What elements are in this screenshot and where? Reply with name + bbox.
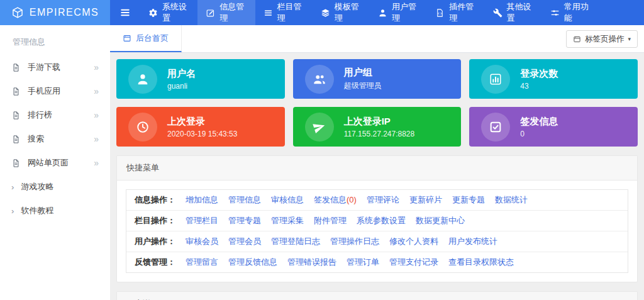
quick-link[interactable]: 更新碎片 bbox=[409, 194, 442, 206]
sidebar-group-0[interactable]: ›游戏攻略 bbox=[0, 175, 110, 199]
top-header: EMPIRECMS 系统设置信息管理栏目管理模板管理用户管理插件管理其他设置常用… bbox=[0, 0, 644, 25]
tab-actions-button[interactable]: 标签页操作 ▾ bbox=[566, 30, 638, 48]
count-badge: (0) bbox=[347, 195, 357, 204]
gear-icon bbox=[148, 8, 158, 18]
send-icon bbox=[313, 120, 326, 134]
clock-icon bbox=[136, 120, 150, 134]
doc-icon bbox=[11, 135, 21, 144]
window-icon bbox=[573, 35, 581, 43]
nav-item-0[interactable]: 系统设置 bbox=[140, 0, 197, 25]
quick-link[interactable]: 更新专题 bbox=[452, 194, 485, 206]
content-area: 用户名guanli用户组超级管理员登录次数43上次登录2020-03-19 15… bbox=[110, 53, 644, 300]
stat-card-last-ip[interactable]: 上次登录IP117.155.27.247:8828 bbox=[293, 107, 462, 147]
quick-link[interactable]: 管理错误报告 bbox=[287, 257, 336, 268]
nav-item-1[interactable]: 信息管理 bbox=[197, 0, 255, 25]
sidebar-group-1[interactable]: ›软件教程 bbox=[0, 199, 110, 223]
tab-bar: 后台首页 标签页操作 ▾ bbox=[110, 25, 644, 53]
quick-menu-row-label: 用户操作： bbox=[135, 236, 175, 247]
sidebar-item-2[interactable]: 排行榜» bbox=[0, 103, 110, 127]
quick-link[interactable]: 管理登陆日志 bbox=[271, 236, 320, 247]
app-logo[interactable]: EMPIRECMS bbox=[0, 0, 110, 25]
sidebar-item-4[interactable]: 网站单页面» bbox=[0, 151, 110, 175]
main-nav: 系统设置信息管理栏目管理模板管理用户管理插件管理其他设置常用功能 bbox=[140, 0, 599, 25]
quick-link[interactable]: 管理订单 bbox=[347, 257, 379, 268]
quick-menu-panel: 快捷菜单 信息操作：增加信息管理信息审核信息签发信息(0)管理评论更新碎片更新专… bbox=[116, 155, 638, 282]
sidebar-item-1[interactable]: 手机应用» bbox=[0, 79, 110, 103]
sidebar-item-3[interactable]: 搜索» bbox=[0, 127, 110, 151]
tab-home-label: 后台首页 bbox=[136, 33, 169, 44]
nav-item-3[interactable]: 模板管理 bbox=[313, 0, 370, 25]
quick-menu-row-label: 反馈管理： bbox=[135, 257, 175, 268]
doc-icon bbox=[11, 63, 21, 72]
nav-item-4[interactable]: 用户管理 bbox=[370, 0, 427, 25]
stat-card-login-count[interactable]: 登录次数43 bbox=[469, 59, 638, 99]
user-icon bbox=[136, 72, 150, 86]
quick-link[interactable]: 数据统计 bbox=[495, 194, 528, 206]
quick-link[interactable]: 管理会员 bbox=[228, 236, 261, 247]
double-arrow-icon: » bbox=[94, 110, 99, 120]
quick-link[interactable]: 增加信息 bbox=[186, 194, 218, 206]
list-icon bbox=[264, 8, 273, 18]
card-icon-circle bbox=[128, 113, 157, 142]
card-title: 签发信息 bbox=[520, 116, 558, 128]
sidebar-item-0[interactable]: 手游下载» bbox=[0, 55, 110, 79]
app-logo-text: EMPIRECMS bbox=[30, 7, 99, 18]
card-value: 2020-03-19 15:43:53 bbox=[167, 130, 237, 138]
quick-link[interactable]: 管理栏目 bbox=[186, 215, 218, 226]
quick-link[interactable]: 管理支付记录 bbox=[389, 257, 438, 268]
sidebar: 管理信息 手游下载»手机应用»排行榜»搜索»网站单页面»›游戏攻略›软件教程 bbox=[0, 25, 110, 300]
menu-toggle-button[interactable] bbox=[110, 0, 140, 25]
card-icon-circle bbox=[305, 65, 334, 94]
caret-down-icon: ▾ bbox=[628, 36, 631, 42]
quick-link[interactable]: 用户发布统计 bbox=[448, 236, 497, 247]
card-value: 0 bbox=[520, 130, 558, 138]
card-title: 用户名 bbox=[167, 68, 196, 80]
quick-link[interactable]: 管理反馈信息 bbox=[228, 257, 277, 268]
quick-link[interactable]: 附件管理 bbox=[314, 215, 347, 226]
nav-item-5[interactable]: 插件管理 bbox=[427, 0, 484, 25]
check-square-icon bbox=[489, 120, 502, 134]
card-title: 用户组 bbox=[344, 67, 382, 79]
quick-link[interactable]: 修改个人资料 bbox=[389, 236, 438, 247]
quick-link[interactable]: 审核信息 bbox=[271, 194, 304, 206]
quick-menu-row-0: 信息操作：增加信息管理信息审核信息签发信息(0)管理评论更新碎片更新专题数据统计 bbox=[126, 190, 628, 211]
quick-menu-row-label: 栏目操作： bbox=[135, 215, 175, 226]
top-nav-bar: 系统设置信息管理栏目管理模板管理用户管理插件管理其他设置常用功能 bbox=[110, 0, 644, 25]
users-icon bbox=[313, 72, 326, 86]
double-arrow-icon: » bbox=[94, 134, 99, 144]
double-arrow-icon: » bbox=[94, 158, 99, 168]
quick-menu-row-2: 用户操作：审核会员管理会员管理登陆日志管理操作日志修改个人资料用户发布统计 bbox=[126, 231, 628, 252]
program-panel: 程序说明 bbox=[116, 291, 638, 300]
quick-link[interactable]: 管理专题 bbox=[228, 215, 261, 226]
sidebar-section-title: 管理信息 bbox=[0, 25, 110, 55]
quick-link[interactable]: 数据更新中心 bbox=[416, 215, 465, 226]
stat-card-issued-info[interactable]: 签发信息0 bbox=[469, 107, 638, 147]
stat-card-username[interactable]: 用户名guanli bbox=[116, 59, 285, 99]
quick-link[interactable]: 管理操作日志 bbox=[330, 236, 379, 247]
card-title: 上次登录IP bbox=[344, 116, 415, 128]
nav-item-7[interactable]: 常用功能 bbox=[542, 0, 599, 25]
tab-actions-label: 标签页操作 bbox=[585, 34, 625, 45]
stat-cards: 用户名guanli用户组超级管理员登录次数43上次登录2020-03-19 15… bbox=[116, 59, 638, 147]
quick-link[interactable]: 管理留言 bbox=[186, 257, 218, 268]
quick-menu-row-3: 反馈管理：管理留言管理反馈信息管理错误报告管理订单管理支付记录查看目录权限状态 bbox=[126, 252, 628, 272]
quick-link[interactable]: 管理评论 bbox=[367, 194, 399, 206]
stat-card-usergroup[interactable]: 用户组超级管理员 bbox=[293, 59, 462, 99]
nav-item-2[interactable]: 栏目管理 bbox=[255, 0, 313, 25]
double-arrow-icon: » bbox=[94, 62, 99, 72]
card-value: 117.155.27.247:8828 bbox=[344, 130, 415, 138]
stat-card-last-login[interactable]: 上次登录2020-03-19 15:43:53 bbox=[116, 107, 285, 147]
sliders-icon bbox=[550, 8, 560, 18]
quick-link[interactable]: 管理采集 bbox=[271, 215, 304, 226]
plugin-icon bbox=[435, 8, 445, 18]
quick-menu-table: 信息操作：增加信息管理信息审核信息签发信息(0)管理评论更新碎片更新专题数据统计… bbox=[126, 189, 628, 273]
quick-link[interactable]: 系统参数设置 bbox=[357, 215, 406, 226]
quick-link[interactable]: 管理信息 bbox=[228, 194, 261, 206]
nav-item-6[interactable]: 其他设置 bbox=[485, 0, 542, 25]
edit-icon bbox=[206, 8, 215, 18]
quick-link[interactable]: 审核会员 bbox=[186, 236, 218, 247]
tab-home[interactable]: 后台首页 bbox=[110, 25, 182, 52]
quick-link[interactable]: 查看目录权限状态 bbox=[448, 257, 514, 268]
quick-link[interactable]: 签发信息(0) bbox=[314, 194, 357, 206]
card-title: 上次登录 bbox=[167, 116, 237, 128]
